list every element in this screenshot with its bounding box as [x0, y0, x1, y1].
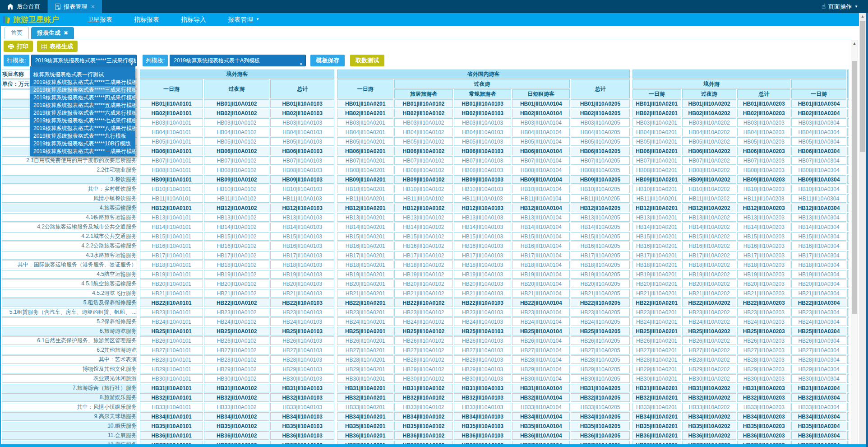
menu-item-3[interactable]: 报表管理▼ [220, 13, 267, 26]
dropdown-option[interactable]: 2019核算系统报表格式表*****四成果行模板 [30, 94, 135, 102]
dropdown-option[interactable]: 2019核算系统报表格式表*****六成果行模板 [30, 109, 135, 117]
table-scrollbar-thumb[interactable] [852, 61, 857, 314]
column-subheader: 日短租游客 [512, 89, 570, 98]
cutoff-cell [847, 393, 849, 402]
code-cell: HB28|III10A0202 [682, 355, 737, 364]
code-cell: HB24|III10A0104 [512, 317, 570, 326]
close-icon[interactable]: ✖ [64, 27, 68, 39]
code-cell: HB30|III10A0201 [633, 374, 681, 383]
row-label: 4.3水路旅客运输服务 [2, 251, 137, 260]
code-cell: HB03|III10A0202 [682, 118, 737, 127]
code-cell: HB36|III10A0201 [633, 431, 681, 440]
code-cell: HB34|II10A0101 [140, 412, 203, 421]
code-cell: HB18|II10A0201 [337, 261, 393, 269]
tab-report-generation[interactable]: 报表生成 ✖ [31, 27, 74, 39]
cutoff-cell [847, 261, 849, 269]
code-cell: HB17|II10A0101 [140, 251, 203, 260]
code-cell: HB28|III10A0203 [737, 355, 790, 364]
report-icon [55, 4, 60, 10]
code-cell: HB31|III10A0203 [737, 384, 790, 392]
code-cell: HB29|III10A0104 [512, 365, 570, 373]
top-tab-report-management[interactable]: 报表管理 × [48, 0, 102, 13]
code-cell: HB09|III10A0203 [737, 175, 790, 184]
dropdown-option[interactable]: 2019核算系统报表格式表*****八成果行模板 [30, 125, 135, 132]
cutoff-column-header [847, 70, 849, 98]
code-cell: HB28|II10A0101 [140, 355, 203, 364]
cutoff-cell [847, 412, 849, 421]
code-cell: HB23|III10A0201 [633, 308, 681, 317]
code-cell: HB32|II10A0103 [270, 393, 335, 402]
dropdown-option[interactable]: 2019核算系统报表格式表*****二成果行模板 [30, 79, 135, 86]
top-tab-label: 后台首页 [17, 3, 40, 11]
code-cell: HB12|II10A0103 [270, 204, 335, 212]
code-cell: HB37|II10A0103 [270, 441, 335, 444]
dropdown-option[interactable]: 核算系统报表格式表一行测试 [30, 71, 135, 79]
row-template-dropdown-list: 核算系统报表格式表一行测试2019核算系统报表格式表*****二成果行模板201… [30, 66, 135, 156]
top-tab-backstage-home[interactable]: 后台首页 [0, 0, 48, 13]
page-scrollbar-thumb[interactable] [860, 21, 865, 152]
code-cell: HB01|III10A0304 [791, 99, 846, 108]
template-save-button[interactable]: 模板保存 [310, 55, 345, 66]
column-header: 总计 [571, 79, 630, 98]
row-template-select[interactable]: 2019核算系统报表格式表*****三成果行模板 ▼ [31, 55, 137, 66]
code-cell: HB17|II10A0102 [204, 251, 269, 260]
code-cell: HB04|III10A0203 [737, 128, 790, 136]
code-cell: HB34|III10A0304 [791, 412, 846, 421]
code-cell: HB31|III10A0102 [394, 384, 453, 392]
dropdown-option[interactable]: 2019核算系统报表格式表*****七成果行模板 [30, 117, 135, 125]
code-cell: HB34|III10A0202 [682, 412, 737, 421]
code-cell: HB24|III10A0102 [394, 317, 453, 326]
code-cell: HB33|III10A0103 [454, 403, 512, 411]
code-cell: HB28|II10A0205 [571, 355, 630, 364]
dropdown-option[interactable]: 2019核算系统报表格式表*****五成果行模板 [30, 102, 135, 109]
code-cell: HB05|III10A0103 [454, 137, 512, 146]
cutoff-cell [847, 204, 849, 212]
code-cell: HB06|III10A0202 [682, 147, 737, 155]
row-label: 4.5.2游览飞行服务 [2, 289, 137, 298]
dropdown-option[interactable]: 2019核算系统报表格式表*****一成果行模板 [30, 148, 135, 155]
code-cell: HB08|II10A0201 [337, 166, 393, 174]
menu-item-0[interactable]: 卫星报表 [79, 13, 120, 26]
code-cell: HB32|II10A0101 [140, 393, 203, 402]
code-cell: HB30|II10A0201 [337, 374, 393, 383]
code-cell: HB01|III10A0103 [454, 99, 512, 108]
dropdown-option[interactable]: 2019核算系统报表格式表*****三成果行模板 [30, 86, 135, 94]
dropdown-option[interactable]: 2019核算系统报表格式表*****10B行模版 [30, 140, 135, 148]
dropdown-option[interactable]: 2019核算系统报表格式表*****九行模板 [30, 132, 135, 140]
print-button[interactable]: 打印 [4, 41, 33, 52]
code-cell: HB28|II10A0103 [270, 355, 335, 364]
cutoff-cell [847, 384, 849, 392]
code-cell: HB15|III10A0104 [512, 232, 570, 241]
row-label: 7.旅游综合（旅行社）服务 [2, 384, 137, 392]
code-cell: HB35|II10A0101 [140, 422, 203, 430]
brand-title: 旅游卫星账户 [13, 14, 59, 25]
scroll-up-icon[interactable]: ▲ [859, 13, 866, 20]
scroll-up-icon[interactable]: ▲ [851, 40, 858, 47]
page-scrollbar[interactable]: ▲ [859, 13, 866, 447]
table-generate-button[interactable]: 表格生成 [37, 41, 78, 52]
menu-item-1[interactable]: 指标报表 [126, 13, 167, 26]
code-cell: HB37|II10A0205 [571, 441, 630, 444]
code-cell: HB18|III10A0202 [682, 261, 737, 269]
code-cell: HB08|III10A0203 [737, 166, 790, 174]
code-cell: HB05|II10A0201 [337, 137, 393, 146]
code-cell: HB06|II10A0101 [140, 147, 203, 155]
code-cell: HB12|III10A0304 [791, 204, 846, 212]
table-scrollbar[interactable]: ▲ [851, 40, 858, 444]
code-cell: HB29|III10A0102 [394, 365, 453, 373]
code-cell: HB06|III10A0102 [394, 147, 453, 155]
code-cell: HB15|III10A0102 [394, 232, 453, 241]
row-label: 农业观光休闲旅游 [2, 374, 137, 383]
fetch-test-button[interactable]: 取数测试 [350, 55, 384, 66]
code-cell: HB22|III10A0202 [682, 298, 737, 307]
page-actions-menu[interactable]: ☝ 页面操作 ▼ [822, 0, 858, 13]
code-cell: HB06|II10A0201 [337, 147, 393, 155]
code-cell: HB07|II10A0103 [270, 156, 335, 165]
col-template-select[interactable]: 2019核算系统报表格式表十A列模板 ▼ [170, 55, 306, 66]
code-cell: HB12|III10A0203 [737, 204, 790, 212]
table-row: 12.康疗服务HB37|II10A0101HB37|II10A0102HB37|… [2, 441, 849, 444]
menu-item-2[interactable]: 指标导入 [173, 13, 214, 26]
close-icon[interactable]: × [91, 3, 95, 10]
tab-home[interactable]: 首页 [5, 27, 29, 39]
code-cell: HB09|III10A0104 [512, 175, 570, 184]
